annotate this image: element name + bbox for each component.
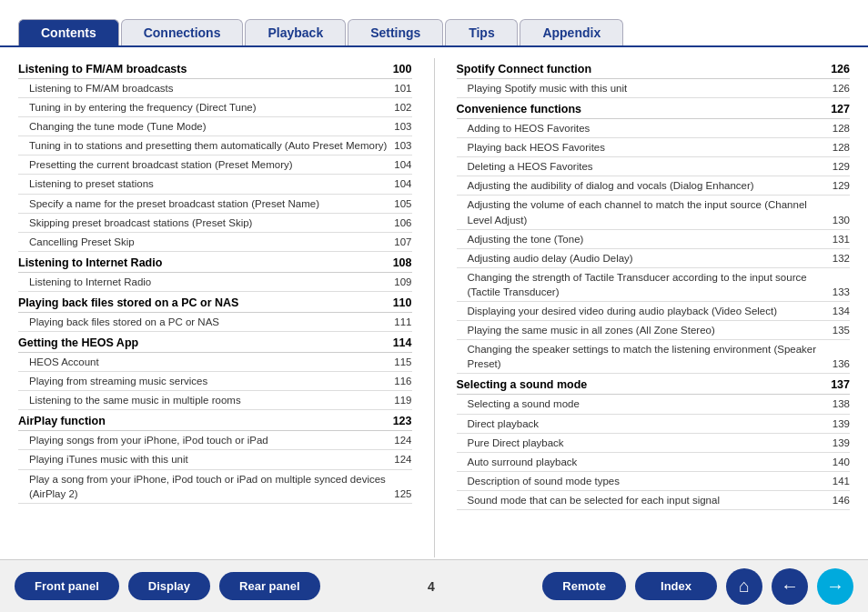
front-panel-button[interactable]: Front panel (15, 572, 119, 600)
toc-section-header: Getting the HEOS App114 (18, 334, 412, 353)
toc-section-header: Listening to FM/AM broadcasts100 (18, 60, 412, 79)
row-page: 103 (394, 119, 411, 134)
row-page: 136 (833, 356, 850, 371)
row-title: Playing back HEOS Favorites (468, 140, 833, 155)
row-page: 130 (833, 213, 850, 227)
toc-section-header: Convenience functions127 (457, 100, 851, 119)
index-button[interactable]: Index (635, 572, 717, 600)
row-title: Changing the tune mode (Tune Mode) (29, 119, 394, 134)
toc-row: Sound mode that can be selected for each… (457, 491, 851, 510)
toc-row: Changing the speaker settings to match t… (457, 340, 851, 374)
row-page: 125 (394, 487, 411, 501)
toc-row: Adjusting audio delay (Audio Delay)132 (457, 249, 851, 268)
row-title: Adjusting the audibility of dialog and v… (468, 178, 833, 193)
right-column: Spotify Connect function126Playing Spoti… (457, 58, 851, 557)
section-title: AirPlay function (18, 415, 106, 427)
row-title: Playing the same music in all zones (All… (468, 323, 833, 337)
tab-contents[interactable]: Contents (18, 19, 119, 45)
row-page: 129 (833, 178, 850, 193)
toc-row: Playing songs from your iPhone, iPod tou… (18, 431, 412, 450)
tab-settings[interactable]: Settings (348, 19, 443, 45)
toc-row: Playing iTunes music with this unit124 (18, 450, 412, 469)
row-page: 131 (833, 232, 850, 246)
home-button[interactable]: ⌂ (726, 568, 762, 605)
left-column: Listening to FM/AM broadcasts100Listenin… (18, 58, 412, 557)
row-title: Tuning in by entering the frequency (Dir… (29, 100, 394, 115)
toc-row: Changing the tune mode (Tune Mode)103 (18, 117, 412, 136)
remote-button[interactable]: Remote (542, 572, 626, 600)
bottom-bar: Front panel Display Rear panel 4 Remote … (0, 559, 868, 612)
section-title: Spotify Connect function (457, 63, 592, 75)
toc-row: Selecting a sound mode138 (457, 395, 851, 414)
toc-row: Listening to FM/AM broadcasts101 (18, 79, 412, 98)
row-title: Playing from streaming music services (29, 374, 394, 388)
row-page: 106 (394, 216, 411, 230)
row-page: 104 (394, 157, 411, 172)
row-page: 140 (833, 455, 850, 469)
toc-row: Cancelling Preset Skip107 (18, 233, 412, 252)
row-page: 107 (394, 235, 411, 249)
toc-row: Deleting a HEOS Favorites129 (457, 157, 851, 176)
row-title: Playing iTunes music with this unit (29, 452, 394, 467)
tab-tips[interactable]: Tips (445, 19, 518, 45)
section-title: Convenience functions (457, 103, 582, 115)
row-title: Adjusting the tone (Tone) (468, 232, 833, 246)
section-page: 108 (393, 256, 412, 269)
toc-section-header: Selecting a sound mode137 (457, 376, 851, 395)
forward-button[interactable]: → (817, 568, 853, 605)
bottom-left-buttons: Front panel Display Rear panel (15, 572, 320, 600)
page-number: 4 (428, 579, 435, 594)
nav-tabs: Contents Connections Playback Settings T… (0, 0, 868, 47)
row-title: Changing the speaker settings to match t… (468, 342, 833, 371)
row-page: 116 (394, 374, 411, 388)
row-title: Displaying your desired video during aud… (468, 304, 833, 318)
tab-connections[interactable]: Connections (121, 19, 244, 45)
section-title: Listening to Internet Radio (18, 256, 162, 269)
row-page: 128 (833, 140, 850, 155)
tab-playback[interactable]: Playback (245, 19, 346, 45)
row-page: 134 (833, 304, 850, 318)
row-title: Selecting a sound mode (468, 396, 833, 411)
toc-row: Playing the same music in all zones (All… (457, 321, 851, 340)
row-page: 126 (833, 81, 850, 95)
row-page: 101 (394, 81, 411, 95)
row-title: Playing Spotify music with this unit (468, 81, 833, 95)
toc-row: Skipping preset broadcast stations (Pres… (18, 214, 412, 233)
row-title: Presetting the current broadcast station… (29, 157, 394, 172)
row-page: 138 (833, 396, 850, 411)
toc-row: Pure Direct playback139 (457, 434, 851, 453)
row-page: 102 (394, 100, 411, 115)
column-divider (434, 58, 435, 557)
row-page: 146 (833, 493, 850, 507)
display-button[interactable]: Display (128, 572, 210, 600)
row-page: 128 (833, 121, 850, 135)
row-title: Playing songs from your iPhone, iPod tou… (29, 433, 394, 447)
toc-row: Playing Spotify music with this unit126 (457, 79, 851, 98)
toc-row: Adjusting the audibility of dialog and v… (457, 176, 851, 196)
toc-row: Displaying your desired video during aud… (457, 302, 851, 321)
tab-appendix[interactable]: Appendix (520, 19, 623, 45)
toc-row: Playing back HEOS Favorites128 (457, 138, 851, 157)
toc-row: Changing the strength of Tactile Transdu… (457, 268, 851, 302)
row-page: 104 (394, 176, 411, 191)
toc-row: Playing from streaming music services116 (18, 372, 412, 391)
back-button[interactable]: ← (772, 568, 808, 605)
row-page: 111 (394, 315, 411, 329)
toc-row: Play a song from your iPhone, iPod touch… (18, 470, 412, 504)
section-page: 127 (831, 103, 850, 115)
main-content: Listening to FM/AM broadcasts100Listenin… (0, 47, 868, 557)
row-title: Play a song from your iPhone, iPod touch… (29, 472, 394, 501)
rear-panel-button[interactable]: Rear panel (219, 572, 319, 600)
row-page: 139 (833, 436, 850, 450)
row-title: Changing the strength of Tactile Transdu… (468, 270, 833, 299)
section-page: 123 (393, 415, 412, 427)
row-page: 132 (833, 251, 850, 266)
toc-row: Playing back files stored on a PC or NAS… (18, 313, 412, 332)
toc-row: Tuning in to stations and presetting the… (18, 136, 412, 156)
row-title: Description of sound mode types (468, 474, 833, 488)
row-title: Listening to FM/AM broadcasts (29, 81, 394, 95)
toc-row: Listening to Internet Radio109 (18, 273, 412, 292)
row-page: 141 (833, 474, 850, 488)
toc-row: Adding to HEOS Favorites128 (457, 119, 851, 138)
toc-section-header: Spotify Connect function126 (457, 60, 851, 79)
